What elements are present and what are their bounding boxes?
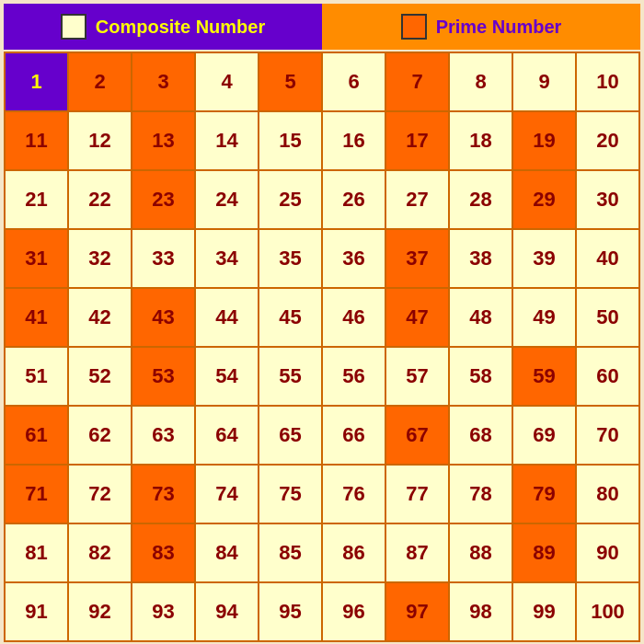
cell-16: 16: [323, 112, 385, 169]
cell-94: 94: [196, 583, 258, 640]
cell-8: 8: [450, 53, 512, 110]
cell-98: 98: [450, 583, 512, 640]
prime-label: Prime Number: [436, 17, 562, 38]
cell-27: 27: [386, 171, 448, 228]
cell-7: 7: [386, 53, 448, 110]
cell-62: 62: [69, 407, 131, 464]
cell-56: 56: [323, 348, 385, 405]
cell-34: 34: [196, 230, 258, 287]
cell-19: 19: [513, 112, 575, 169]
cell-92: 92: [69, 583, 131, 640]
cell-89: 89: [513, 524, 575, 581]
cell-18: 18: [450, 112, 512, 169]
cell-63: 63: [132, 407, 194, 464]
cell-58: 58: [450, 348, 512, 405]
cell-15: 15: [259, 112, 321, 169]
cell-73: 73: [132, 466, 194, 523]
cell-59: 59: [513, 348, 575, 405]
cell-52: 52: [69, 348, 131, 405]
cell-72: 72: [69, 466, 131, 523]
cell-51: 51: [6, 348, 67, 405]
cell-83: 83: [132, 524, 194, 581]
cell-68: 68: [450, 407, 512, 464]
cell-100: 100: [577, 583, 638, 640]
cell-86: 86: [323, 524, 385, 581]
composite-label: Composite Number: [96, 17, 265, 38]
cell-84: 84: [196, 524, 258, 581]
cell-28: 28: [450, 171, 512, 228]
cell-40: 40: [577, 230, 638, 287]
cell-33: 33: [132, 230, 194, 287]
cell-81: 81: [6, 524, 67, 581]
cell-1: 1: [6, 53, 67, 110]
cell-35: 35: [259, 230, 321, 287]
cell-32: 32: [69, 230, 131, 287]
cell-44: 44: [196, 289, 258, 346]
cell-55: 55: [259, 348, 321, 405]
cell-49: 49: [513, 289, 575, 346]
cell-78: 78: [450, 466, 512, 523]
cell-10: 10: [577, 53, 638, 110]
cell-74: 74: [196, 466, 258, 523]
cell-42: 42: [69, 289, 131, 346]
cell-60: 60: [577, 348, 638, 405]
cell-5: 5: [259, 53, 321, 110]
legend-prime: Prime Number: [322, 4, 640, 50]
cell-50: 50: [577, 289, 638, 346]
cell-29: 29: [513, 171, 575, 228]
cell-11: 11: [6, 112, 67, 169]
cell-48: 48: [450, 289, 512, 346]
cell-3: 3: [132, 53, 194, 110]
cell-91: 91: [6, 583, 67, 640]
cell-90: 90: [577, 524, 638, 581]
cell-17: 17: [386, 112, 448, 169]
cell-43: 43: [132, 289, 194, 346]
cell-66: 66: [323, 407, 385, 464]
legend: Composite Number Prime Number: [4, 4, 640, 50]
cell-37: 37: [386, 230, 448, 287]
composite-box: [61, 14, 86, 40]
cell-77: 77: [386, 466, 448, 523]
legend-composite: Composite Number: [4, 4, 322, 50]
cell-2: 2: [69, 53, 131, 110]
cell-75: 75: [259, 466, 321, 523]
cell-97: 97: [386, 583, 448, 640]
cell-80: 80: [577, 466, 638, 523]
prime-box: [401, 14, 427, 40]
main-container: Composite Number Prime Number 1234567891…: [0, 0, 644, 644]
cell-88: 88: [450, 524, 512, 581]
cell-95: 95: [259, 583, 321, 640]
cell-25: 25: [259, 171, 321, 228]
cell-14: 14: [196, 112, 258, 169]
cell-99: 99: [513, 583, 575, 640]
cell-6: 6: [323, 53, 385, 110]
cell-45: 45: [259, 289, 321, 346]
cell-24: 24: [196, 171, 258, 228]
cell-4: 4: [196, 53, 258, 110]
cell-38: 38: [450, 230, 512, 287]
cell-20: 20: [577, 112, 638, 169]
cell-23: 23: [132, 171, 194, 228]
cell-9: 9: [513, 53, 575, 110]
cell-93: 93: [132, 583, 194, 640]
cell-76: 76: [323, 466, 385, 523]
cell-41: 41: [6, 289, 67, 346]
cell-87: 87: [386, 524, 448, 581]
cell-71: 71: [6, 466, 67, 523]
cell-31: 31: [6, 230, 67, 287]
cell-57: 57: [386, 348, 448, 405]
cell-70: 70: [577, 407, 638, 464]
number-grid: 1234567891011121314151617181920212223242…: [4, 52, 640, 642]
cell-65: 65: [259, 407, 321, 464]
cell-82: 82: [69, 524, 131, 581]
cell-53: 53: [132, 348, 194, 405]
cell-79: 79: [513, 466, 575, 523]
cell-67: 67: [386, 407, 448, 464]
cell-36: 36: [323, 230, 385, 287]
cell-21: 21: [6, 171, 67, 228]
cell-61: 61: [6, 407, 67, 464]
cell-64: 64: [196, 407, 258, 464]
cell-54: 54: [196, 348, 258, 405]
cell-26: 26: [323, 171, 385, 228]
cell-13: 13: [132, 112, 194, 169]
